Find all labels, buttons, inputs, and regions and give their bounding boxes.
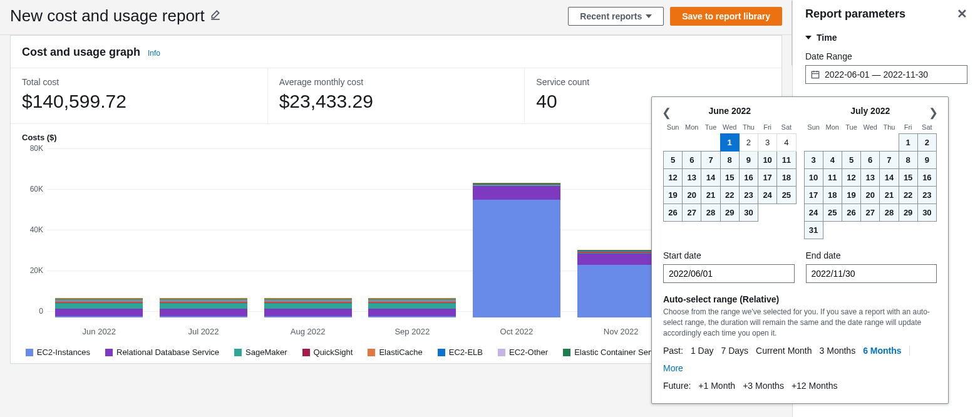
calendar-next-icon[interactable]: ❯ [929,106,938,120]
calendar-day[interactable]: 22 [899,187,917,204]
calendar-day[interactable]: 17 [758,169,777,187]
quick-range-option[interactable]: +3 Months [743,381,784,391]
more-link[interactable]: More [663,363,683,373]
calendar-day[interactable]: 4 [777,134,796,152]
calendar-day[interactable]: 16 [739,169,758,187]
calendar-day[interactable]: 13 [683,169,701,187]
quick-range-option[interactable]: +12 Months [792,381,838,391]
y-tick-label: 0 [17,307,43,316]
calendar-day[interactable]: 27 [861,204,880,222]
calendar-day[interactable]: 19 [664,187,683,204]
calendar-day[interactable]: 6 [861,152,880,169]
calendar-day[interactable]: 21 [701,187,720,204]
calendar-month-label: June 2022 [708,106,751,116]
legend-item[interactable]: ElastiCache [368,348,422,357]
calendar-day[interactable]: 2 [917,134,936,152]
calendar-day[interactable]: 28 [880,204,899,222]
legend-item[interactable]: SageMaker [234,348,287,357]
calendar-day[interactable]: 14 [701,169,720,187]
quick-range-option[interactable]: 1 Day [691,346,714,356]
calendar-day[interactable]: 27 [683,204,701,222]
calendar-day[interactable]: 15 [720,169,739,187]
bar[interactable] [368,298,456,317]
calendar-day[interactable]: 24 [804,204,823,222]
calendar-day[interactable]: 1 [720,134,739,152]
legend-item[interactable]: EC2-Instances [26,348,90,357]
calendar-day[interactable]: 18 [823,187,842,204]
legend-label: Relational Database Service [116,348,219,357]
date-range-input[interactable]: 2022-06-01 — 2022-11-30 [805,65,967,84]
quick-range-option[interactable]: 3 Months [820,346,856,356]
calendar-day[interactable]: 8 [899,152,917,169]
calendar-day[interactable]: 10 [804,169,823,187]
calendar-day[interactable]: 20 [861,187,880,204]
calendar-day[interactable]: 28 [701,204,720,222]
legend-swatch [438,349,445,356]
bar[interactable] [160,298,247,317]
calendar-day[interactable]: 31 [804,222,823,239]
calendar-day[interactable]: 7 [701,152,720,169]
calendar-day[interactable]: 23 [917,187,936,204]
calendar-day[interactable]: 25 [777,187,796,204]
calendar-day[interactable]: 20 [683,187,701,204]
recent-reports-button[interactable]: Recent reports [568,7,664,26]
edit-title-icon[interactable] [210,9,221,23]
calendar-day[interactable]: 3 [804,152,823,169]
calendar-day[interactable]: 24 [758,187,777,204]
calendar-day[interactable]: 9 [739,152,758,169]
calendar-day[interactable]: 11 [777,152,796,169]
calendar-day[interactable]: 2 [739,134,758,152]
save-report-button[interactable]: Save to report library [670,7,782,26]
info-link[interactable]: Info [148,49,160,58]
weekday-label: Wed [720,121,739,134]
calendar-day[interactable]: 30 [917,204,936,222]
calendar-day[interactable]: 5 [664,152,683,169]
calendar-day[interactable]: 23 [739,187,758,204]
calendar-day[interactable]: 21 [880,187,899,204]
calendar-day[interactable]: 6 [683,152,701,169]
calendar-day[interactable]: 17 [804,187,823,204]
calendar-prev-icon[interactable]: ❮ [662,106,671,120]
start-date-input[interactable] [663,264,795,283]
calendar-day[interactable]: 5 [842,152,860,169]
legend-item[interactable]: EC2-ELB [438,348,483,357]
calendar-day[interactable]: 3 [758,134,777,152]
legend-item[interactable]: QuickSight [302,348,353,357]
calendar-day[interactable]: 9 [917,152,936,169]
calendar-day[interactable]: 18 [777,169,796,187]
legend-item[interactable]: EC2-Other [498,348,548,357]
calendar-day[interactable]: 22 [720,187,739,204]
calendar-day[interactable]: 26 [842,204,860,222]
calendar-day[interactable]: 8 [720,152,739,169]
calendar-day[interactable]: 26 [664,204,683,222]
calendar-day[interactable]: 1 [899,134,917,152]
calendar-day[interactable]: 12 [664,169,683,187]
quick-range-option[interactable]: Current Month [756,346,812,356]
calendar-day[interactable]: 19 [842,187,860,204]
calendar-day[interactable]: 15 [899,169,917,187]
calendar-day[interactable]: 7 [880,152,899,169]
close-icon[interactable]: ✕ [957,6,967,21]
metric-avg-cost: Average monthly cost $23,433.29 [268,68,525,123]
bar-chart: 020K40K60K80KJun 2022Jul 2022Aug 2022Sep… [47,148,673,336]
quick-range-option[interactable]: +1 Month [698,381,735,391]
calendar-day[interactable]: 30 [739,204,758,222]
calendar-day[interactable]: 10 [758,152,777,169]
calendar-day[interactable]: 29 [720,204,739,222]
time-section-toggle[interactable]: Time [805,33,967,43]
end-date-input[interactable] [806,264,937,283]
legend-item[interactable]: Relational Database Service [105,348,219,357]
calendar-day[interactable]: 29 [899,204,917,222]
calendar-day[interactable]: 13 [861,169,880,187]
bar[interactable] [264,298,352,317]
calendar-day[interactable]: 12 [842,169,860,187]
calendar-day[interactable]: 16 [917,169,936,187]
calendar-day[interactable]: 4 [823,152,842,169]
bar[interactable] [473,183,560,317]
calendar-day[interactable]: 14 [880,169,899,187]
quick-range-option[interactable]: 6 Months [863,346,901,356]
quick-range-option[interactable]: 7 Days [721,346,748,356]
calendar-day[interactable]: 25 [823,204,842,222]
bar[interactable] [55,298,143,317]
calendar-day[interactable]: 11 [823,169,842,187]
